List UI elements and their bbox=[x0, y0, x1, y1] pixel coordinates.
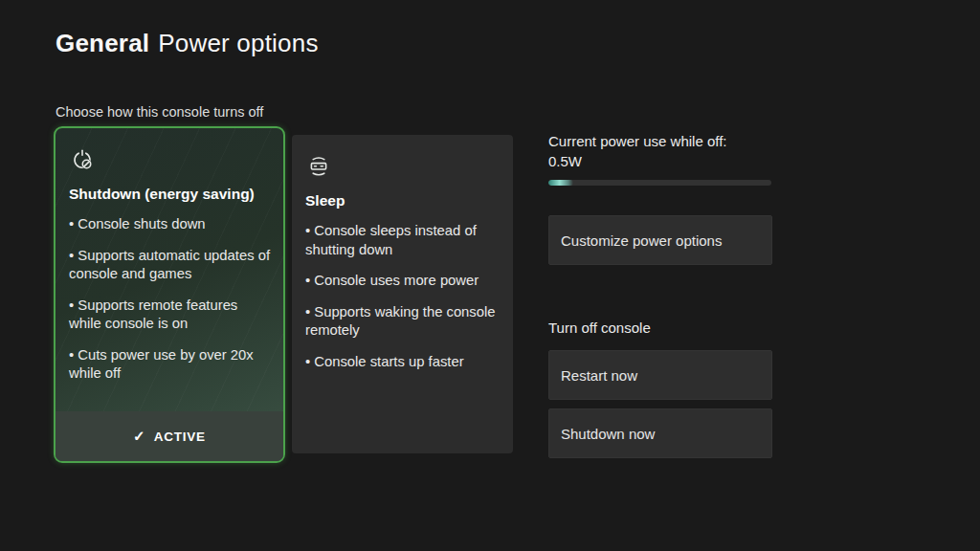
option-sleep-card[interactable]: Sleep Console sleeps instead of shutting… bbox=[292, 135, 513, 453]
power-use-label: Current power use while off: bbox=[548, 133, 726, 149]
bullet-item: Supports waking the console remotely bbox=[305, 303, 500, 341]
bullet-item: Console sleeps instead of shutting down bbox=[305, 222, 500, 259]
option-shutdown-card[interactable]: Shutdown (energy saving) Console shuts d… bbox=[54, 126, 285, 463]
power-use-meter-fill bbox=[548, 180, 573, 186]
bullet-item: Console starts up faster bbox=[305, 353, 500, 372]
shutdown-now-button[interactable]: Shutdown now bbox=[548, 408, 772, 458]
bullet-item: Console shuts down bbox=[69, 215, 270, 234]
console-sleep-icon bbox=[306, 154, 331, 179]
shutdown-bullet-list: Console shuts down Supports automatic up… bbox=[69, 215, 270, 384]
shutdown-card-title: Shutdown (energy saving) bbox=[69, 186, 270, 203]
power-options-screen: GeneralPower options Choose how this con… bbox=[0, 0, 980, 551]
page-title-section: General bbox=[56, 29, 149, 57]
bullet-item: Cuts power use by over 20x while off bbox=[69, 346, 270, 384]
bullet-item: Console uses more power bbox=[305, 272, 500, 291]
check-icon: ✓ bbox=[133, 428, 145, 445]
choose-turnoff-label: Choose how this console turns off bbox=[56, 104, 263, 120]
power-use-meter bbox=[548, 180, 771, 186]
active-status-bar: ✓ ACTIVE bbox=[56, 411, 283, 461]
active-status-label: ACTIVE bbox=[154, 430, 206, 444]
bullet-item: Supports automatic updates of console an… bbox=[69, 247, 270, 284]
restart-now-button[interactable]: Restart now bbox=[548, 350, 772, 400]
page-title-sub: Power options bbox=[158, 29, 318, 57]
customize-power-options-button[interactable]: Customize power options bbox=[548, 215, 772, 265]
page-title: GeneralPower options bbox=[56, 29, 319, 58]
sleep-bullet-list: Console sleeps instead of shutting down … bbox=[305, 222, 500, 371]
power-leaf-icon bbox=[70, 147, 95, 172]
power-use-value: 0.5W bbox=[548, 153, 582, 169]
turn-off-console-label: Turn off console bbox=[548, 320, 651, 336]
bullet-item: Supports remote features while console i… bbox=[69, 297, 270, 334]
sleep-card-title: Sleep bbox=[305, 192, 500, 209]
